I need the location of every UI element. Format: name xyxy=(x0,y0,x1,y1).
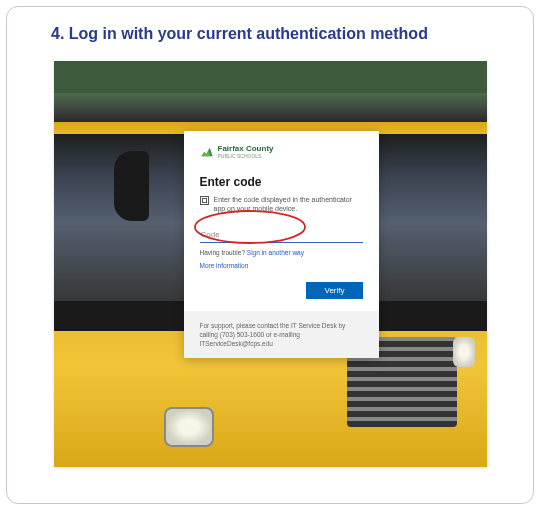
screenshot-frame: Fairfax County PUBLIC SCHOOLS Enter code… xyxy=(54,61,487,467)
login-heading: Enter code xyxy=(200,175,363,189)
sign-in-another-way-link[interactable]: Sign in another way xyxy=(247,249,304,256)
verify-row: Verify xyxy=(200,279,363,299)
code-input-wrap xyxy=(200,223,363,243)
trouble-prefix: Having trouble? xyxy=(200,249,247,256)
trouble-row: Having trouble? Sign in another way xyxy=(200,249,363,256)
instruction-text: Enter the code displayed in the authenti… xyxy=(214,195,363,213)
more-information-link[interactable]: More information xyxy=(200,262,363,269)
org-sub: PUBLIC SCHOOLS xyxy=(218,153,274,159)
instruction-row: Enter the code displayed in the authenti… xyxy=(200,195,363,213)
org-logo: Fairfax County PUBLIC SCHOOLS xyxy=(200,145,363,159)
bus-mirror xyxy=(114,151,149,221)
org-name: Fairfax County xyxy=(218,145,274,153)
authenticator-app-icon xyxy=(200,196,209,205)
instruction-step-card: 4. Log in with your current authenticati… xyxy=(6,6,534,504)
code-input[interactable] xyxy=(200,227,363,243)
login-dialog: Fairfax County PUBLIC SCHOOLS Enter code… xyxy=(184,131,379,358)
org-logo-text-wrap: Fairfax County PUBLIC SCHOOLS xyxy=(218,145,274,159)
org-logo-icon xyxy=(200,145,214,159)
support-footer: For support, please contact the IT Servi… xyxy=(184,311,379,358)
bus-headlight-right xyxy=(453,337,475,367)
step-title: 4. Log in with your current authenticati… xyxy=(51,25,509,43)
login-body: Fairfax County PUBLIC SCHOOLS Enter code… xyxy=(184,131,379,311)
verify-button[interactable]: Verify xyxy=(306,282,362,299)
bus-headlight-left xyxy=(164,407,214,447)
